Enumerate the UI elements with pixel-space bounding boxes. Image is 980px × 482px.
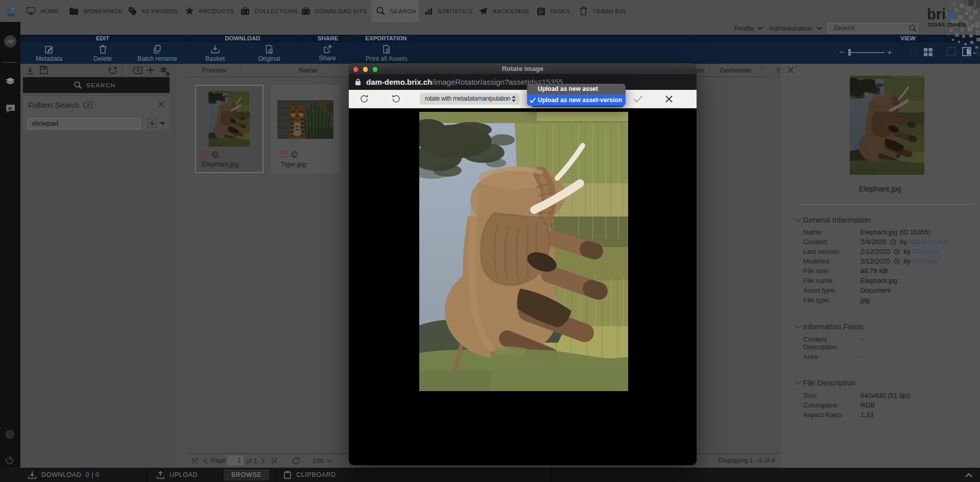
svg-text:?: ? bbox=[8, 431, 11, 438]
svg-text:w: w bbox=[8, 106, 12, 111]
